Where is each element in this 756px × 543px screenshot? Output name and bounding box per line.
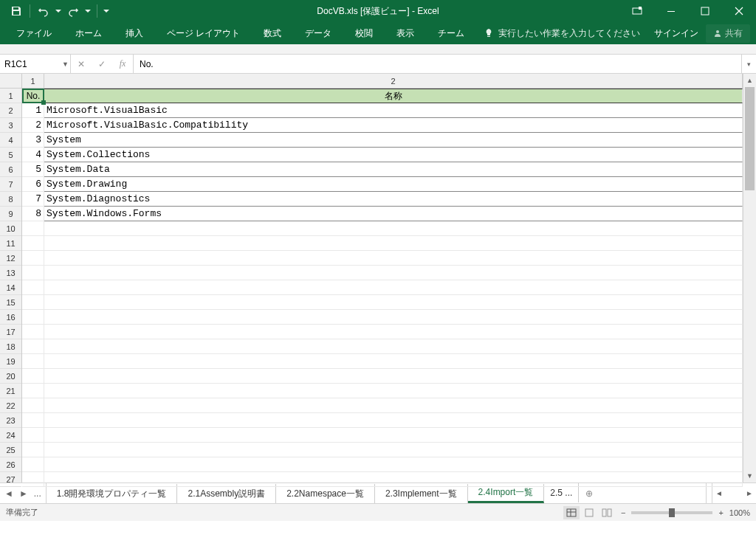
- tab-formulas[interactable]: 数式: [253, 22, 292, 44]
- share-button[interactable]: 共有: [706, 24, 750, 43]
- row-header[interactable]: 27: [0, 472, 21, 487]
- cancel-icon[interactable]: ✕: [71, 59, 92, 69]
- tab-review[interactable]: 校閲: [345, 22, 383, 44]
- expand-formula-bar-icon[interactable]: ▾: [741, 55, 756, 73]
- col-header-2[interactable]: 2: [44, 74, 743, 88]
- empty-cell[interactable]: [44, 236, 743, 251]
- cell-no[interactable]: 5: [22, 162, 44, 177]
- empty-cell[interactable]: [44, 472, 743, 487]
- chevron-down-icon[interactable]: ▼: [62, 60, 69, 68]
- signin-link[interactable]: サインイン: [654, 27, 698, 40]
- vertical-scrollbar[interactable]: ▲ ▼: [743, 74, 756, 483]
- scroll-up-icon[interactable]: ▲: [743, 74, 756, 87]
- empty-cell[interactable]: [22, 280, 44, 295]
- empty-cell[interactable]: [44, 457, 743, 472]
- view-pagebreak-icon[interactable]: [599, 506, 615, 519]
- row-header[interactable]: 15: [0, 295, 21, 310]
- row-header[interactable]: 14: [0, 280, 21, 295]
- empty-cell[interactable]: [22, 354, 44, 369]
- cell-no[interactable]: 3: [22, 133, 44, 148]
- empty-cell[interactable]: [22, 325, 44, 339]
- zoom-slider[interactable]: [631, 511, 712, 514]
- redo-icon[interactable]: [64, 2, 82, 20]
- empty-cell[interactable]: [44, 384, 743, 398]
- empty-cell[interactable]: [22, 266, 44, 280]
- select-all-corner[interactable]: [0, 74, 22, 89]
- row-header[interactable]: 9: [0, 207, 21, 221]
- cell-no[interactable]: 2: [22, 118, 44, 133]
- empty-cell[interactable]: [44, 354, 743, 369]
- tab-file[interactable]: ファイル: [6, 22, 62, 44]
- undo-dropdown-icon[interactable]: [54, 2, 63, 20]
- empty-cell[interactable]: [22, 295, 44, 310]
- empty-cell[interactable]: [44, 295, 743, 310]
- empty-cell[interactable]: [44, 251, 743, 266]
- empty-cell[interactable]: [44, 413, 743, 428]
- empty-cell[interactable]: [22, 428, 44, 443]
- zoom-slider-thumb[interactable]: [669, 508, 675, 517]
- tab-pagelayout[interactable]: ページ レイアウト: [157, 22, 250, 44]
- scroll-left-icon[interactable]: ◄: [715, 489, 723, 497]
- row-header[interactable]: 13: [0, 266, 21, 280]
- row-header[interactable]: 21: [0, 384, 21, 398]
- zoom-level[interactable]: 100%: [729, 508, 750, 517]
- empty-cell[interactable]: [22, 369, 44, 384]
- cell-no[interactable]: 7: [22, 192, 44, 207]
- empty-cell[interactable]: [44, 443, 743, 457]
- qat-customize-icon[interactable]: [102, 2, 111, 20]
- sheet-nav-prev-icon[interactable]: ◄: [4, 488, 13, 499]
- row-header[interactable]: 18: [0, 339, 21, 354]
- tab-data[interactable]: データ: [295, 22, 342, 44]
- spreadsheet-grid[interactable]: 1 2 123456789101112131415161718192021222…: [0, 74, 756, 483]
- cell-name[interactable]: System.Diagnostics: [44, 192, 743, 207]
- scroll-down-icon[interactable]: ▼: [743, 469, 756, 483]
- empty-cell[interactable]: [22, 398, 44, 413]
- row-header[interactable]: 3: [0, 118, 21, 133]
- row-header[interactable]: 19: [0, 354, 21, 369]
- empty-cell[interactable]: [44, 339, 743, 354]
- empty-cell[interactable]: [44, 428, 743, 443]
- zoom-out-button[interactable]: −: [621, 508, 625, 517]
- minimize-button[interactable]: [654, 0, 688, 22]
- cell-name[interactable]: System: [44, 133, 743, 148]
- save-icon[interactable]: [7, 2, 25, 20]
- cell-no[interactable]: 6: [22, 177, 44, 192]
- header-cell-no[interactable]: No.: [22, 89, 44, 103]
- empty-cell[interactable]: [44, 280, 743, 295]
- empty-cell[interactable]: [22, 236, 44, 251]
- col-header-1[interactable]: 1: [22, 74, 44, 88]
- row-header[interactable]: 4: [0, 133, 21, 148]
- redo-dropdown-icon[interactable]: [83, 2, 92, 20]
- tab-view[interactable]: 表示: [386, 22, 425, 44]
- enter-icon[interactable]: ✓: [92, 59, 112, 69]
- tell-me-search[interactable]: 実行したい作業を入力してください: [484, 27, 640, 40]
- insert-function-icon[interactable]: fx: [112, 58, 133, 69]
- row-header[interactable]: 8: [0, 192, 21, 207]
- view-pagelayout-icon[interactable]: [581, 506, 597, 519]
- row-header[interactable]: 25: [0, 443, 21, 457]
- cell-name[interactable]: Microsoft.VisualBasic.Compatibility: [44, 118, 743, 133]
- empty-cell[interactable]: [22, 472, 44, 487]
- empty-cell[interactable]: [44, 369, 743, 384]
- close-button[interactable]: [722, 0, 756, 22]
- undo-icon[interactable]: [35, 2, 52, 20]
- empty-cell[interactable]: [44, 325, 743, 339]
- row-header[interactable]: 6: [0, 162, 21, 177]
- column-headers[interactable]: 1 2: [22, 74, 743, 89]
- row-header[interactable]: 17: [0, 325, 21, 339]
- empty-cell[interactable]: [22, 457, 44, 472]
- ribbon-display-options-icon[interactable]: [620, 0, 654, 22]
- cell-name[interactable]: Microsoft.VisualBasic: [44, 103, 743, 118]
- row-header[interactable]: 12: [0, 251, 21, 266]
- empty-cell[interactable]: [22, 384, 44, 398]
- sheet-nav-ellipsis[interactable]: ...: [34, 488, 41, 499]
- tab-insert[interactable]: 挿入: [115, 22, 154, 44]
- row-header[interactable]: 22: [0, 398, 21, 413]
- row-header[interactable]: 10: [0, 221, 21, 236]
- row-headers[interactable]: 1234567891011121314151617181920212223242…: [0, 89, 22, 483]
- cell-no[interactable]: 8: [22, 207, 44, 221]
- cell-name[interactable]: System.Collections: [44, 148, 743, 162]
- tab-home[interactable]: ホーム: [65, 22, 112, 44]
- row-header[interactable]: 16: [0, 310, 21, 325]
- row-header[interactable]: 1: [0, 89, 21, 103]
